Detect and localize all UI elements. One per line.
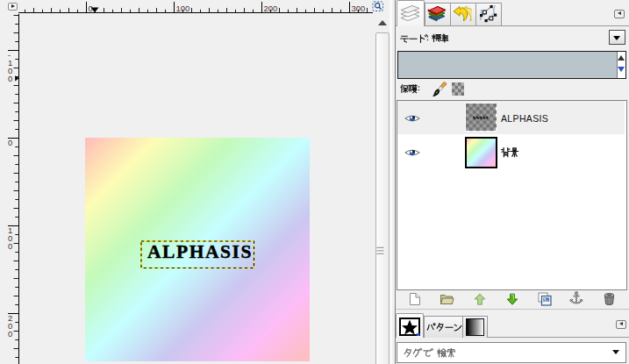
svg-text:100: 100 (176, 4, 190, 13)
svg-text:0: 0 (8, 329, 12, 339)
svg-text:300: 300 (352, 4, 366, 13)
svg-text:0: 0 (8, 241, 12, 251)
svg-text:0: 0 (8, 138, 12, 147)
svg-text:0: 0 (8, 74, 12, 83)
svg-text:200: 200 (264, 4, 278, 13)
